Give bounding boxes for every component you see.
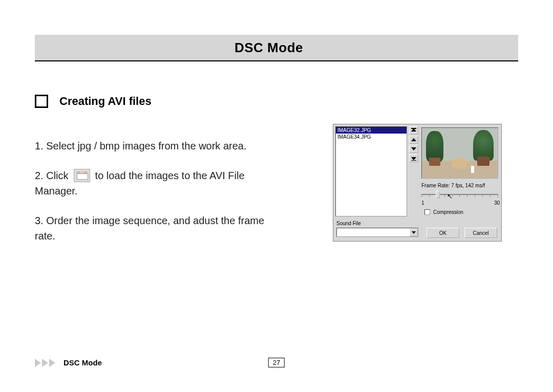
compression-row: Compression xyxy=(424,209,463,215)
image-listbox[interactable]: IMAGE32.JPG IMAGE34.JPG xyxy=(335,126,407,216)
ok-button[interactable]: OK xyxy=(427,228,459,238)
step-2-pretext: 2. Click xyxy=(35,168,69,183)
cursor-icon: ↖ xyxy=(447,192,453,200)
heading-underline xyxy=(35,60,518,61)
combobox-dropdown-button[interactable] xyxy=(410,228,418,236)
slider-max-label: 30 xyxy=(494,200,500,206)
preview-image xyxy=(421,127,498,179)
move-to-bottom-button[interactable] xyxy=(409,154,418,162)
section-row: Creating AVI files xyxy=(35,95,152,108)
page-number: 27 xyxy=(268,358,285,367)
compression-label: Compression xyxy=(433,209,463,215)
list-item[interactable]: IMAGE34.JPG xyxy=(336,134,407,140)
section-title: Creating AVI files xyxy=(59,95,152,108)
page-heading: DSC Mode xyxy=(235,40,303,56)
slider-min-label: 1 xyxy=(421,200,424,206)
avi-file-manager-dialog: IMAGE32.JPG IMAGE34.JPG Frame Rate: 7 fp… xyxy=(333,124,502,242)
step-3-line2: rate. xyxy=(35,228,311,244)
heading-bar: DSC Mode xyxy=(35,35,518,60)
frame-rate-label: Frame Rate: 7 fps, 142 ms/f xyxy=(421,183,485,188)
move-to-top-button[interactable] xyxy=(409,126,418,135)
sound-file-label: Sound File xyxy=(336,221,361,226)
section-bullet-icon xyxy=(35,95,48,108)
step-1: 1. Select jpg / bmp images from the work… xyxy=(35,138,311,154)
move-up-button[interactable] xyxy=(409,136,418,144)
step-3: 3. Order the image sequence, and adust t… xyxy=(35,213,311,244)
cancel-button[interactable]: Cancel xyxy=(464,228,497,238)
instruction-steps: 1. Select jpg / bmp images from the work… xyxy=(35,138,311,244)
cancel-button-label: Cancel xyxy=(473,230,488,236)
frame-rate-slider[interactable]: ↖ xyxy=(421,191,498,199)
slider-thumb[interactable] xyxy=(436,191,440,198)
step-3-line1: 3. Order the image sequence, and adust t… xyxy=(35,213,311,228)
footer-chevrons-icon xyxy=(35,359,55,367)
move-down-button[interactable] xyxy=(409,145,418,153)
load-images-toolbar-icon xyxy=(74,169,90,182)
reorder-button-column xyxy=(409,126,418,162)
page-footer: DSC Mode 27 xyxy=(35,358,518,367)
compression-checkbox[interactable] xyxy=(424,209,430,215)
step-2: 2. Click to load the images to the AVI F… xyxy=(35,168,311,199)
footer-title: DSC Mode xyxy=(63,358,102,367)
sound-file-combobox[interactable] xyxy=(336,228,418,237)
list-item[interactable]: IMAGE32.JPG xyxy=(336,127,407,134)
step-2-posttext: to load the images to the AVI File xyxy=(95,168,245,183)
ok-button-label: OK xyxy=(439,230,446,236)
step-2-line2: Manager. xyxy=(35,183,311,199)
